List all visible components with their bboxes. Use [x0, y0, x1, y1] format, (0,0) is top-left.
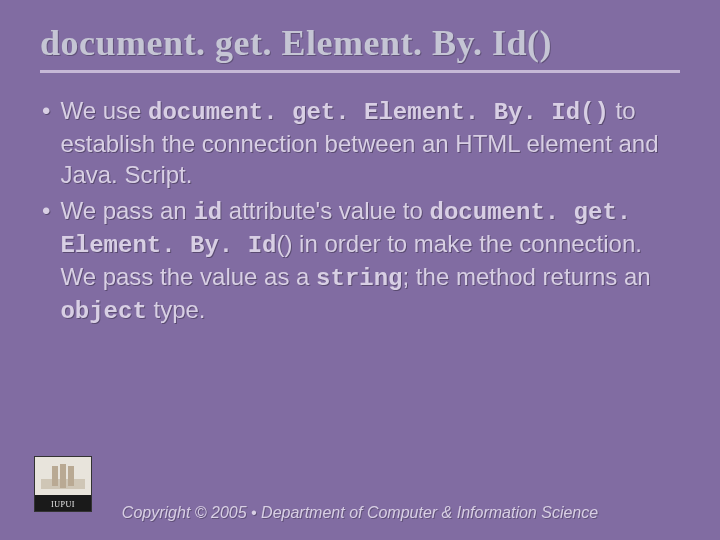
- code-run: id: [193, 199, 222, 226]
- code-run: string: [316, 265, 402, 292]
- bullet-item: • We pass an id attribute's value to doc…: [40, 195, 680, 328]
- bullet-text: We use document. get. Element. By. Id() …: [60, 95, 680, 191]
- text-run: attribute's value to: [222, 197, 429, 224]
- text-run: We pass an: [60, 197, 193, 224]
- text-run: We use: [60, 97, 148, 124]
- slide-body: • We use document. get. Element. By. Id(…: [40, 95, 680, 327]
- code-run: object: [60, 298, 146, 325]
- copyright-footer: Copyright © 2005 • Department of Compute…: [0, 504, 720, 522]
- slide: document. get. Element. By. Id() • We us…: [0, 0, 720, 540]
- text-run: type.: [147, 296, 206, 323]
- bullet-dot-icon: •: [42, 195, 50, 328]
- slide-title: document. get. Element. By. Id(): [40, 22, 680, 73]
- text-run: ; the method returns an: [403, 263, 651, 290]
- code-run: document. get. Element. By. Id(): [148, 99, 609, 126]
- bullet-dot-icon: •: [42, 95, 50, 191]
- building-icon: [41, 463, 85, 489]
- bullet-text: We pass an id attribute's value to docum…: [60, 195, 680, 328]
- bullet-item: • We use document. get. Element. By. Id(…: [40, 95, 680, 191]
